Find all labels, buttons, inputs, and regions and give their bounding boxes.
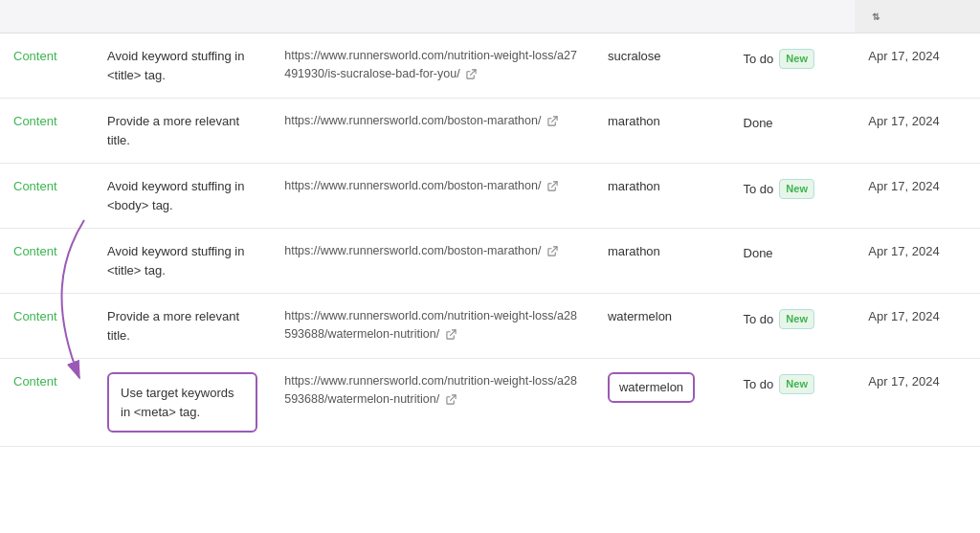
status-badge: New (779, 309, 814, 329)
discovered-cell: Apr 17, 2024 (855, 33, 980, 99)
sort-icon[interactable]: ⇅ (872, 11, 880, 22)
column-header-keyword (594, 0, 730, 33)
keyword-cell: marathon (594, 99, 730, 164)
idea-cell: Avoid keyword stuffing in <title> tag. (94, 229, 271, 294)
table-row: ContentUse target keywords in <meta> tag… (0, 359, 980, 447)
table-row: ContentAvoid keyword stuffing in <title>… (0, 33, 980, 99)
category-cell: Content (0, 33, 94, 99)
discovered-cell: Apr 17, 2024 (855, 164, 980, 229)
status-text: Done (744, 244, 773, 263)
status-text: To do (744, 180, 774, 199)
page-cell: https://www.runnersworld.com/nutrition-w… (271, 294, 594, 359)
category-cell: Content (0, 99, 94, 164)
keyword-cell: marathon (594, 229, 730, 294)
idea-cell: Avoid keyword stuffing in <body> tag. (94, 164, 271, 229)
status-badge: New (779, 49, 814, 69)
idea-cell: Avoid keyword stuffing in <title> tag. (94, 33, 271, 99)
external-link-icon[interactable] (466, 69, 477, 79)
status-cell: To doNew (730, 164, 856, 229)
page-cell: https://www.runnersworld.com/boston-mara… (271, 99, 594, 164)
column-header-idea (94, 0, 271, 33)
page-cell: https://www.runnersworld.com/nutrition-w… (271, 33, 594, 99)
highlighted-idea: Use target keywords in <meta> tag. (107, 372, 257, 433)
table-row: ContentProvide a more relevant title.htt… (0, 99, 980, 164)
status-cell: Done (730, 99, 856, 164)
status-badge: New (779, 179, 814, 199)
status-text: Done (744, 114, 773, 133)
idea-cell: Provide a more relevant title. (94, 99, 271, 164)
category-cell: Content (0, 294, 94, 359)
table-row: ContentAvoid keyword stuffing in <title>… (0, 229, 980, 294)
table-row: ContentProvide a more relevant title.htt… (0, 294, 980, 359)
category-cell: Content (0, 359, 94, 447)
table-header: ⇅ (0, 0, 980, 33)
status-badge: New (779, 374, 814, 394)
status-text: To do (744, 310, 774, 329)
category-cell: Content (0, 164, 94, 229)
external-link-icon[interactable] (547, 246, 558, 256)
column-header-discovered[interactable]: ⇅ (855, 0, 980, 33)
status-cell: Done (730, 229, 856, 294)
keyword-cell: watermelon (594, 294, 730, 359)
external-link-icon[interactable] (547, 181, 558, 191)
discovered-cell: Apr 17, 2024 (855, 99, 980, 164)
page-cell: https://www.runnersworld.com/nutrition-w… (271, 359, 594, 447)
main-table: ⇅ ContentAvoid keyword stuffing in <titl… (0, 0, 980, 447)
page-cell: https://www.runnersworld.com/boston-mara… (271, 164, 594, 229)
external-link-icon[interactable] (446, 329, 457, 340)
status-cell: To doNew (730, 359, 856, 447)
status-cell: To doNew (730, 33, 856, 99)
table-row: ContentAvoid keyword stuffing in <body> … (0, 164, 980, 229)
keyword-cell: watermelon (594, 359, 730, 447)
status-cell: To doNew (730, 294, 856, 359)
keyword-cell: marathon (594, 164, 730, 229)
discovered-cell: Apr 17, 2024 (855, 294, 980, 359)
idea-cell: Provide a more relevant title. (94, 294, 271, 359)
highlighted-keyword: watermelon (608, 372, 695, 403)
keyword-cell: sucralose (594, 33, 730, 99)
status-text: To do (744, 50, 774, 69)
idea-cell: Use target keywords in <meta> tag. (94, 359, 271, 447)
page-cell: https://www.runnersworld.com/boston-mara… (271, 229, 594, 294)
external-link-icon[interactable] (547, 116, 558, 126)
column-header-page (271, 0, 594, 33)
discovered-cell: Apr 17, 2024 (855, 229, 980, 294)
status-text: To do (744, 375, 774, 394)
category-cell: Content (0, 229, 94, 294)
column-header-status (730, 0, 856, 33)
column-header-category (0, 0, 94, 33)
external-link-icon[interactable] (446, 394, 457, 405)
discovered-cell: Apr 17, 2024 (855, 359, 980, 447)
